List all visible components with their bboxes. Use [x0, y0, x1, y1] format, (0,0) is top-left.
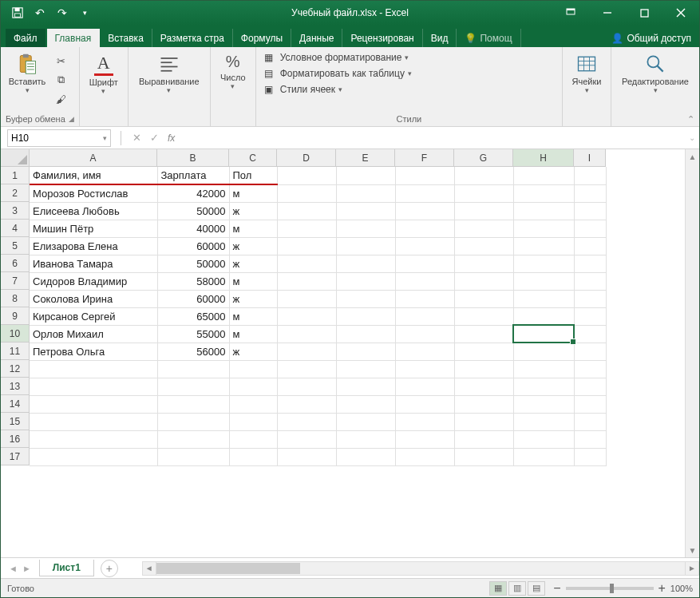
cell[interactable]	[30, 413, 157, 430]
cell-styles-button[interactable]: ▣Стили ячеек▾	[261, 82, 415, 97]
minimize-icon[interactable]	[589, 1, 626, 25]
cell[interactable]	[336, 378, 395, 395]
page-layout-view-icon[interactable]: ▥	[508, 581, 526, 596]
cell[interactable]	[574, 378, 606, 395]
tab-review[interactable]: Рецензирован	[342, 29, 422, 47]
save-icon[interactable]	[7, 2, 28, 23]
cell[interactable]	[513, 255, 574, 272]
clipboard-launcher-icon[interactable]: ◢	[69, 115, 74, 123]
cell[interactable]	[513, 237, 574, 255]
cell[interactable]	[277, 413, 336, 430]
cell[interactable]	[395, 378, 454, 395]
cell[interactable]: 40000	[157, 220, 229, 237]
tab-file[interactable]: Файл	[6, 29, 45, 47]
cell[interactable]	[454, 184, 513, 202]
cell-grid[interactable]: Фамилия, имяЗарплатаПолМорозов Ростислав…	[30, 167, 607, 466]
column-header[interactable]: B	[157, 149, 229, 167]
cell[interactable]	[395, 202, 454, 220]
conditional-formatting-button[interactable]: ▦Условное форматирование▾	[261, 50, 415, 65]
tab-formulas[interactable]: Формулы	[233, 29, 291, 47]
cell[interactable]: Фамилия, имя	[30, 167, 157, 184]
cell[interactable]	[277, 430, 336, 448]
cell[interactable]: Кирсанов Сергей	[30, 307, 157, 325]
enter-icon[interactable]: ✓	[145, 129, 163, 147]
cell[interactable]: м	[229, 325, 277, 343]
cell[interactable]: ж	[229, 255, 277, 272]
row-header[interactable]: 16	[1, 430, 30, 448]
cells-button[interactable]: Ячейки ▾	[568, 50, 606, 97]
cut-icon[interactable]: ✂	[52, 52, 69, 69]
cell[interactable]	[513, 395, 574, 413]
cell[interactable]	[277, 220, 336, 237]
cell[interactable]: м	[229, 307, 277, 325]
format-as-table-button[interactable]: ▤Форматировать как таблицу▾	[261, 66, 415, 81]
new-sheet-icon[interactable]: +	[101, 560, 118, 577]
cell[interactable]	[454, 413, 513, 430]
editing-button[interactable]: Редактирование ▾	[616, 50, 694, 97]
cell[interactable]: 50000	[157, 255, 229, 272]
row-header[interactable]: 11	[1, 343, 30, 360]
cancel-icon[interactable]: ✕	[128, 129, 145, 147]
row-header[interactable]: 4	[1, 220, 30, 237]
alignment-button[interactable]: Выравнивание ▾	[133, 50, 205, 97]
cell[interactable]: Соколова Ирина	[30, 290, 157, 307]
cell[interactable]	[30, 360, 157, 378]
row-header[interactable]: 10	[1, 325, 30, 343]
cell[interactable]	[395, 272, 454, 290]
share-button[interactable]: 👤Общий доступ	[603, 29, 699, 47]
cell[interactable]: м	[229, 220, 277, 237]
cell[interactable]	[395, 325, 454, 343]
row-header[interactable]: 12	[1, 360, 30, 378]
cell[interactable]: Елисеева Любовь	[30, 202, 157, 220]
cell[interactable]	[30, 378, 157, 395]
row-header[interactable]: 1	[1, 167, 30, 184]
tab-home[interactable]: Главная	[47, 29, 101, 47]
tab-view[interactable]: Вид	[423, 29, 457, 47]
cell[interactable]	[454, 272, 513, 290]
scroll-left-icon[interactable]: ◄	[142, 561, 156, 576]
row-header[interactable]: 15	[1, 413, 30, 430]
column-header[interactable]: F	[395, 149, 454, 167]
cell[interactable]: 50000	[157, 202, 229, 220]
cell[interactable]: Морозов Ростислав	[30, 184, 157, 202]
cell[interactable]	[336, 360, 395, 378]
cell[interactable]: Зарплата	[157, 167, 229, 184]
cell[interactable]	[574, 290, 606, 307]
cell[interactable]	[513, 202, 574, 220]
font-button[interactable]: A Шрифт ▾	[85, 50, 123, 97]
copy-icon[interactable]: ⧉	[52, 71, 69, 89]
cell[interactable]	[336, 272, 395, 290]
cell[interactable]: Мишин Пётр	[30, 220, 157, 237]
cell[interactable]	[229, 378, 277, 395]
cell[interactable]	[454, 395, 513, 413]
cell[interactable]	[229, 430, 277, 448]
cell[interactable]	[277, 184, 336, 202]
cell[interactable]	[277, 202, 336, 220]
row-header[interactable]: 3	[1, 202, 30, 220]
cell[interactable]	[574, 307, 606, 325]
cell[interactable]	[336, 395, 395, 413]
cell[interactable]	[513, 378, 574, 395]
vertical-scrollbar[interactable]: ▲ ▼	[685, 149, 699, 557]
cell[interactable]	[336, 307, 395, 325]
qat-customize-icon[interactable]: ▾	[74, 2, 95, 23]
tab-insert[interactable]: Вставка	[100, 29, 152, 47]
tell-me[interactable]: 💡Помощ	[457, 29, 520, 47]
cell[interactable]	[513, 360, 574, 378]
cell[interactable]	[277, 255, 336, 272]
cell[interactable]	[395, 167, 454, 184]
cell[interactable]	[513, 220, 574, 237]
cell[interactable]	[454, 325, 513, 343]
ribbon-options-icon[interactable]	[552, 1, 589, 25]
column-header[interactable]: C	[229, 149, 277, 167]
row-header[interactable]: 13	[1, 378, 30, 395]
horizontal-scrollbar[interactable]: ◄ ►	[142, 561, 699, 576]
zoom-slider[interactable]	[566, 587, 654, 590]
cell[interactable]	[336, 202, 395, 220]
cell[interactable]	[336, 430, 395, 448]
cell[interactable]	[229, 360, 277, 378]
column-header[interactable]: D	[277, 149, 336, 167]
row-header[interactable]: 7	[1, 272, 30, 290]
cell[interactable]	[574, 325, 606, 343]
row-header[interactable]: 2	[1, 184, 30, 202]
